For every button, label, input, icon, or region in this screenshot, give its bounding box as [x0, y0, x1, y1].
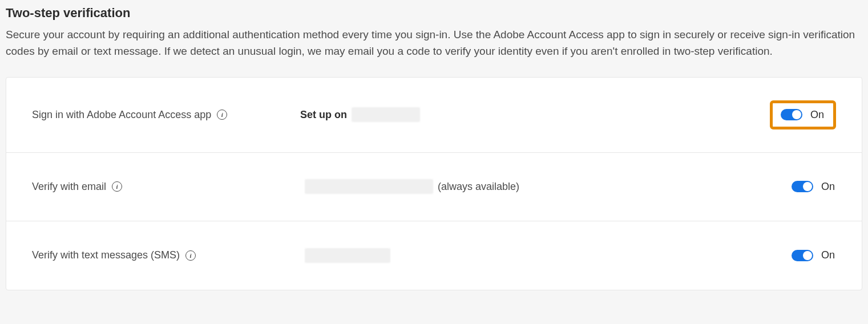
redacted-value	[305, 179, 433, 194]
toggle-state-label: On	[821, 249, 836, 261]
info-icon[interactable]: i	[217, 110, 227, 120]
row-label: Sign in with Adobe Account Access app i	[32, 109, 300, 121]
section-title: Two-step verification	[6, 6, 862, 21]
redacted-value	[352, 107, 420, 122]
toggle-wrap: On	[792, 181, 836, 193]
section-description: Secure your account by requiring an addi…	[6, 26, 862, 60]
two-step-card: Sign in with Adobe Account Access app i …	[6, 77, 862, 290]
row-label-text: Sign in with Adobe Account Access app	[32, 109, 211, 121]
redacted-value	[305, 248, 390, 263]
row-label-text: Verify with text messages (SMS)	[32, 249, 180, 261]
row-label: Verify with email i	[32, 181, 300, 193]
toggle-verify-email[interactable]	[792, 181, 813, 192]
row-verify-sms: Verify with text messages (SMS) i On	[6, 221, 862, 290]
row-value: Set up on	[300, 107, 770, 122]
row-label-text: Verify with email	[32, 181, 106, 193]
row-verify-email: Verify with email i (always available) O…	[6, 153, 862, 221]
info-icon[interactable]: i	[112, 181, 122, 192]
toggle-wrap: On	[792, 249, 836, 261]
row-value	[300, 248, 792, 263]
row-label: Verify with text messages (SMS) i	[32, 249, 300, 261]
info-icon[interactable]: i	[185, 250, 196, 261]
toggle-highlight: On	[770, 100, 836, 129]
toggle-verify-sms[interactable]	[792, 250, 813, 261]
row-value: (always available)	[300, 179, 792, 194]
row-adobe-account-access: Sign in with Adobe Account Access app i …	[6, 78, 862, 153]
toggle-state-label: On	[810, 109, 825, 121]
toggle-state-label: On	[821, 181, 836, 193]
value-prefix: Set up on	[300, 109, 347, 121]
toggle-adobe-account-access[interactable]	[781, 109, 802, 120]
value-suffix: (always available)	[438, 181, 519, 193]
